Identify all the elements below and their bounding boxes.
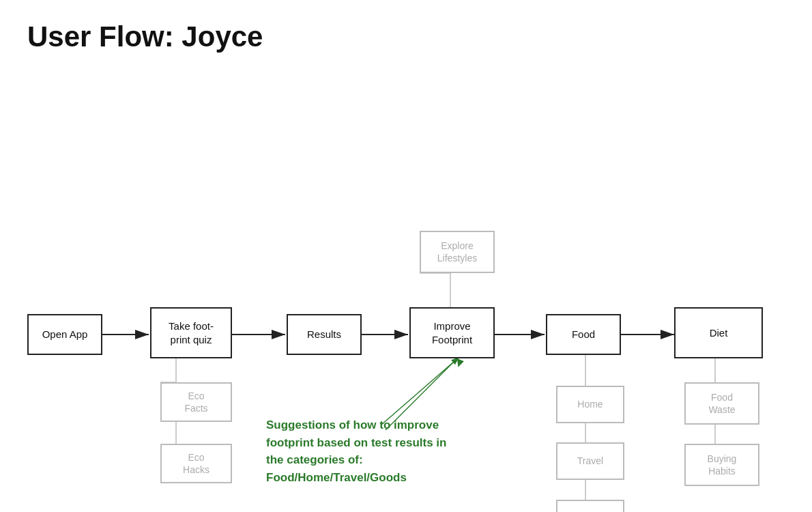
node-food: Food <box>546 314 621 355</box>
svg-line-25 <box>381 357 459 425</box>
node-eco-facts: EcoFacts <box>160 382 232 422</box>
annotation-text: Suggestions of how to improve footprint … <box>266 416 457 486</box>
node-food-waste: FoodWaste <box>684 382 759 425</box>
node-open-app: Open App <box>27 314 102 355</box>
node-diet: Diet <box>674 307 763 358</box>
flow-diagram: Open App Take foot-print quiz Results Im… <box>0 82 812 505</box>
node-take-quiz: Take foot-print quiz <box>150 307 232 358</box>
node-travel: Travel <box>556 442 624 480</box>
node-eco-hacks: EcoHacks <box>160 444 232 483</box>
node-home: Home <box>556 386 624 423</box>
node-goods: Goods <box>556 500 624 512</box>
node-explore-lifestyles: ExploreLifestyles <box>420 231 495 273</box>
page-title: User Flow: Joyce <box>0 0 812 53</box>
node-improve-footprint: ImproveFootprint <box>409 307 495 358</box>
node-results: Results <box>287 314 362 355</box>
node-buying-habits: BuyingHabits <box>684 444 759 486</box>
